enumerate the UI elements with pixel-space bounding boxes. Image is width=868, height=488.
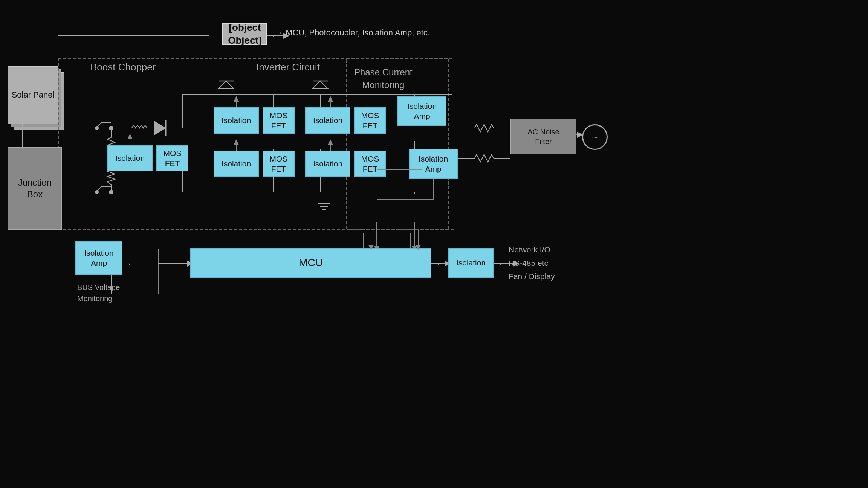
dc-dc-description: → MCU, Photocoupler, Isolation Amp, etc. <box>275 28 430 38</box>
isolation-inv-br: Isolation <box>305 151 350 177</box>
dc-dc-box: [object Object] <box>222 23 267 45</box>
isolation-inv-bl: Isolation <box>214 151 259 177</box>
inverter-circuit-label: Inverter Circuit <box>256 61 320 73</box>
junction-box: JunctionBox <box>8 147 62 230</box>
svg-marker-30 <box>154 120 166 136</box>
svg-marker-34 <box>219 81 234 88</box>
svg-marker-91 <box>234 139 239 145</box>
svg-line-15 <box>96 186 102 192</box>
mosfet-inv-bl: MOSFET <box>263 151 295 177</box>
phase-current-label: Phase CurrentMonitoring <box>354 66 413 91</box>
dc-dc-arrow: → <box>267 31 276 41</box>
svg-point-17 <box>95 190 99 194</box>
mcu-bar: MCU <box>190 248 431 278</box>
svg-marker-36 <box>313 81 328 88</box>
svg-rect-0 <box>58 58 209 230</box>
svg-rect-1 <box>209 58 448 230</box>
mosfet-inv-br: MOSFET <box>354 151 386 177</box>
svg-point-18 <box>109 126 113 130</box>
svg-marker-89 <box>328 96 333 102</box>
ac-arrow: → <box>578 135 586 145</box>
diagram: Solar Panel JunctionBox [object Object] … <box>0 0 868 488</box>
isolation-boost: Isolation <box>107 145 153 171</box>
network-io-label: Network I/ORS-485 etcFan / Display <box>509 243 555 283</box>
boost-chopper-label: Boost Chopper <box>90 61 156 73</box>
isolation-inv-tr: Isolation <box>305 107 350 134</box>
ac-symbol: ~ <box>582 124 608 150</box>
svg-marker-93 <box>328 139 333 145</box>
arrows-overlay <box>0 0 868 488</box>
mosfet-boost: MOSFET <box>156 145 188 171</box>
svg-marker-87 <box>234 96 239 102</box>
isolation-amp-phase-bot: IsolationAmp <box>409 149 458 179</box>
mcu-to-iso-arrow: → <box>432 259 441 269</box>
circuit-lines <box>0 0 868 488</box>
bus-to-mcu-arrow: → <box>124 259 132 269</box>
mosfet-inv-tl: MOSFET <box>263 107 295 134</box>
isolation-output: Isolation <box>448 248 494 278</box>
iso-to-network-arrow: → <box>495 259 503 269</box>
svg-line-10 <box>96 122 102 128</box>
solar-panel-box: Solar Panel <box>8 66 58 124</box>
isolation-inv-tl: Isolation <box>214 107 259 134</box>
bus-voltage-label: BUS VoltageMonitoring <box>77 282 120 304</box>
ac-noise-filter: AC NoiseFilter <box>510 119 576 154</box>
isolation-amp-phase-top: IsolationAmp <box>397 96 446 126</box>
svg-point-19 <box>109 190 113 194</box>
isolation-amp-bus: IsolationAmp <box>75 241 122 275</box>
svg-point-12 <box>95 126 99 130</box>
mosfet-inv-tr: MOSFET <box>354 107 386 134</box>
svg-marker-95 <box>127 134 133 139</box>
